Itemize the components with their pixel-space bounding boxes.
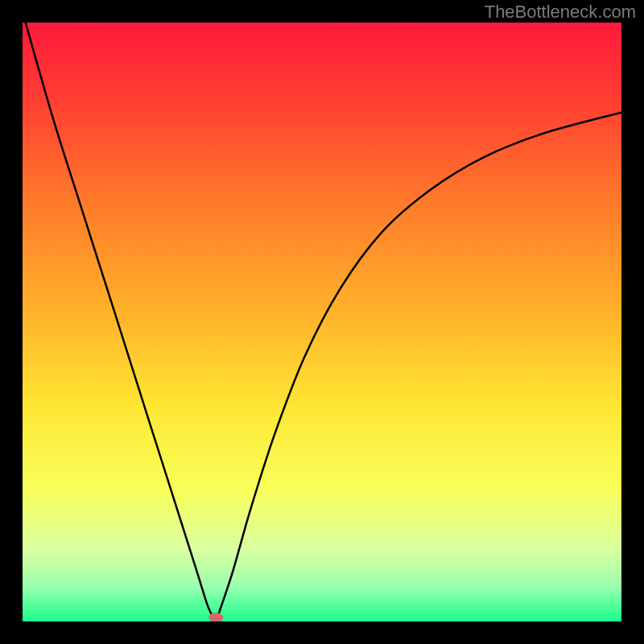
chart-svg <box>23 23 621 621</box>
chart-frame: TheBottleneck.com <box>0 0 644 644</box>
watermark-text: TheBottleneck.com <box>485 2 636 23</box>
plot-area <box>23 23 621 621</box>
